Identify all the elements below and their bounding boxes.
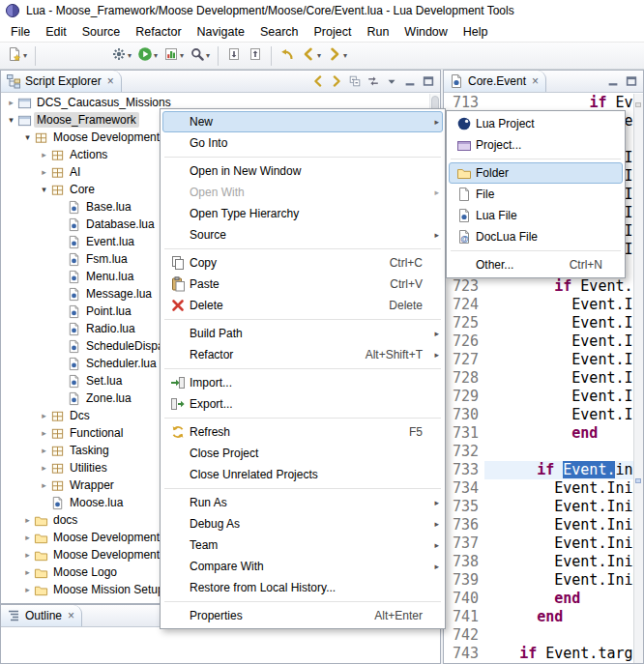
menu-window[interactable]: Window bbox=[396, 22, 454, 42]
menu-item-properties[interactable]: PropertiesAlt+Enter bbox=[162, 605, 443, 626]
menu-item-open-with[interactable]: Open With▸ bbox=[162, 182, 443, 203]
menu-item-close-unrelated-projects[interactable]: Close Unrelated Projects bbox=[162, 464, 443, 485]
menu-source[interactable]: Source bbox=[74, 22, 129, 42]
menu-item-lua-project[interactable]: Lua Project bbox=[449, 113, 623, 134]
menu-item-open-in-new-window[interactable]: Open in New Window bbox=[162, 160, 443, 182]
collapsed-twistie-icon[interactable]: ▸ bbox=[38, 150, 50, 159]
collapsed-twistie-icon[interactable]: ▸ bbox=[38, 167, 50, 177]
collapsed-twistie-icon[interactable]: ▸ bbox=[21, 567, 34, 577]
menu-item-run-as[interactable]: Run As▸ bbox=[162, 492, 443, 513]
new-wizard-button[interactable]: ▾ bbox=[5, 44, 29, 68]
menu-item-delete[interactable]: DeleteDelete bbox=[162, 295, 443, 316]
tab-outline[interactable]: Outline × bbox=[1, 605, 82, 626]
expanded-twistie-icon[interactable]: ▾ bbox=[5, 115, 17, 125]
close-icon[interactable]: × bbox=[532, 75, 539, 87]
menu-item-refresh[interactable]: RefreshF5 bbox=[162, 421, 443, 443]
collapsed-twistie-icon[interactable]: ▸ bbox=[21, 585, 34, 594]
menu-navigate[interactable]: Navigate bbox=[190, 22, 252, 42]
minimize-icon[interactable] bbox=[400, 72, 419, 91]
collapsed-twistie-icon[interactable]: ▸ bbox=[38, 463, 50, 473]
forward-icon bbox=[327, 46, 342, 65]
collapsed-twistie-icon[interactable]: ▸ bbox=[38, 428, 50, 438]
next-annotation-button[interactable] bbox=[224, 44, 244, 68]
previous-annotation-button[interactable] bbox=[246, 44, 265, 68]
tab-core-event[interactable]: Core.Event × bbox=[444, 71, 546, 92]
menu-help[interactable]: Help bbox=[455, 22, 496, 42]
menu-item-new[interactable]: New▸ bbox=[162, 111, 443, 132]
maximize-icon[interactable] bbox=[622, 72, 640, 91]
coverage-button[interactable]: ▾ bbox=[161, 44, 186, 68]
lua-file-icon bbox=[449, 73, 464, 89]
menu-item-paste[interactable]: PasteCtrl+V bbox=[162, 274, 443, 295]
menu-item-lua-file[interactable]: Lua File bbox=[449, 205, 623, 226]
menu-item-doclua-file[interactable]: @DocLua File bbox=[449, 226, 623, 247]
menu-item-refactor[interactable]: RefactorAlt+Shift+T▸ bbox=[162, 344, 443, 365]
close-icon[interactable]: × bbox=[68, 610, 74, 621]
collapsed-twistie-icon[interactable]: ▸ bbox=[21, 550, 34, 560]
menu-item-copy[interactable]: CopyCtrl+C bbox=[162, 252, 443, 274]
back-button[interactable]: ▾ bbox=[299, 44, 323, 68]
menu-item-close-project[interactable]: Close Project bbox=[162, 443, 443, 464]
menu-item-import[interactable]: Import... bbox=[162, 372, 443, 393]
collapsed-twistie-icon[interactable]: ▸ bbox=[38, 411, 50, 420]
menu-item-source[interactable]: Source▸ bbox=[162, 224, 443, 245]
minimize-icon[interactable] bbox=[603, 72, 622, 91]
package-icon bbox=[50, 426, 67, 441]
forward-icon[interactable] bbox=[327, 72, 345, 91]
menu-item-label: DocLua File bbox=[476, 230, 591, 244]
menu-item-open-type-hierarchy[interactable]: Open Type Hierarchy bbox=[162, 203, 443, 224]
lua-file-icon bbox=[67, 304, 83, 319]
collapsed-twistie-icon[interactable]: ▸ bbox=[38, 480, 50, 490]
collapsed-twistie-icon[interactable]: ▸ bbox=[5, 98, 17, 107]
menu-item-accel: F5 bbox=[409, 425, 423, 439]
menu-search[interactable]: Search bbox=[252, 22, 307, 42]
menu-item-build-path[interactable]: Build Path▸ bbox=[162, 323, 443, 344]
menu-item-export[interactable]: Export... bbox=[162, 393, 443, 415]
script-explorer-icon bbox=[6, 73, 21, 89]
dropdown-caret-icon: ▾ bbox=[206, 51, 210, 60]
run-button[interactable]: ▾ bbox=[135, 44, 160, 68]
close-icon[interactable]: × bbox=[107, 75, 114, 87]
external-tools-button[interactable]: ▾ bbox=[109, 44, 133, 68]
menu-project[interactable]: Project bbox=[307, 22, 360, 42]
maximize-icon[interactable] bbox=[419, 72, 437, 91]
menu-item-compare-with[interactable]: Compare With▸ bbox=[162, 556, 443, 577]
menu-item-other[interactable]: Other...Ctrl+N bbox=[449, 254, 623, 275]
svg-text:@: @ bbox=[460, 234, 468, 244]
tree-item-label: Base.lua bbox=[83, 199, 134, 215]
menu-item-team[interactable]: Team▸ bbox=[162, 534, 443, 556]
tab-script-explorer[interactable]: Script Explorer × bbox=[1, 71, 122, 92]
line-number: 727 bbox=[444, 351, 484, 369]
menu-item-file[interactable]: File bbox=[449, 184, 623, 205]
tree-item-label: docs bbox=[50, 512, 80, 528]
expanded-twistie-icon[interactable]: ▾ bbox=[21, 132, 34, 142]
collapsed-twistie-icon[interactable]: ▸ bbox=[21, 515, 34, 525]
menu-item-label: Properties bbox=[190, 609, 363, 622]
menu-separator bbox=[164, 488, 441, 489]
expanded-twistie-icon[interactable]: ▾ bbox=[38, 185, 50, 194]
menu-file[interactable]: File bbox=[3, 22, 38, 42]
menu-item-label: Close Project bbox=[190, 447, 411, 460]
menu-edit[interactable]: Edit bbox=[38, 22, 74, 42]
back-icon[interactable] bbox=[308, 72, 327, 91]
collapse-all-icon[interactable] bbox=[345, 72, 364, 91]
menu-item-go-into[interactable]: Go Into bbox=[162, 132, 443, 154]
tree-item-label: Wrapper bbox=[67, 477, 117, 493]
last-edit-location-button[interactable] bbox=[278, 44, 297, 68]
menu-run[interactable]: Run bbox=[359, 22, 396, 42]
menu-refactor[interactable]: Refactor bbox=[128, 22, 189, 42]
menu-item-folder[interactable]: Folder bbox=[449, 162, 623, 184]
menu-item-project[interactable]: Project... bbox=[449, 134, 623, 156]
editor-line: 730 Event.IniGroupName = Event.IniDCSGro… bbox=[444, 406, 633, 424]
view-menu-icon[interactable] bbox=[382, 72, 400, 91]
menu-item-restore-from-local-history[interactable]: Restore from Local History... bbox=[162, 577, 443, 598]
search-button[interactable]: ▾ bbox=[188, 44, 212, 68]
link-with-editor-icon[interactable] bbox=[364, 72, 382, 91]
menu-item-label: Import... bbox=[190, 376, 411, 390]
editor-line: 738 Event.IniDCSGroup = Event.IniDCSUnit… bbox=[444, 553, 633, 571]
code-text: if Event.target then bbox=[484, 645, 633, 663]
collapsed-twistie-icon[interactable]: ▸ bbox=[21, 533, 34, 542]
collapsed-twistie-icon[interactable]: ▸ bbox=[38, 446, 50, 455]
forward-button[interactable]: ▾ bbox=[325, 44, 349, 68]
menu-item-debug-as[interactable]: Debug As▸ bbox=[162, 513, 443, 534]
